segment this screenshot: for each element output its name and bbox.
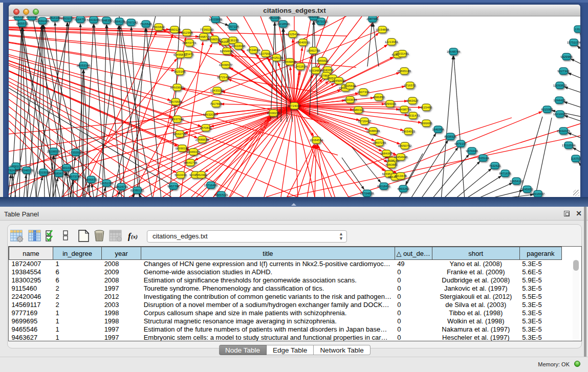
svg-text:116753: 116753 — [571, 157, 580, 160]
svg-text:10651333: 10651333 — [100, 182, 114, 185]
svg-text:32871012: 32871012 — [314, 20, 328, 23]
svg-text:86872774: 86872774 — [183, 41, 197, 45]
svg-text:27889579: 27889579 — [195, 138, 209, 141]
svg-text:1615594: 1615594 — [26, 16, 38, 18]
svg-text:1607337: 1607337 — [357, 91, 369, 94]
svg-text:38721489: 38721489 — [217, 76, 231, 79]
svg-text:19218506: 19218506 — [276, 23, 290, 26]
svg-text:9115460: 9115460 — [421, 106, 433, 109]
svg-text:12411824: 12411824 — [294, 65, 308, 68]
svg-text:1244415: 1244415 — [553, 99, 565, 102]
svg-text:19384554: 19384554 — [310, 139, 323, 142]
svg-text:8912954: 8912954 — [181, 31, 193, 34]
svg-text:6025634: 6025634 — [344, 84, 356, 87]
svg-text:88937346: 88937346 — [170, 118, 184, 121]
svg-text:7816184: 7816184 — [49, 16, 61, 19]
svg-text:18640910: 18640910 — [296, 41, 310, 44]
svg-text:1640052: 1640052 — [321, 69, 334, 72]
svg-text:17010504: 17010504 — [562, 144, 576, 147]
svg-text:2870831: 2870831 — [200, 126, 212, 129]
svg-text:8471676: 8471676 — [499, 172, 511, 175]
svg-text:9474444: 9474444 — [466, 149, 478, 152]
svg-text:2654235: 2654235 — [12, 16, 25, 18]
svg-text:06562729: 06562729 — [173, 133, 187, 136]
svg-text:9227342: 9227342 — [557, 70, 570, 73]
svg-text:15716485: 15716485 — [204, 184, 218, 187]
svg-text:10654112: 10654112 — [510, 180, 524, 183]
svg-text:93534874: 93534874 — [309, 69, 323, 72]
svg-text:80957015: 80957015 — [214, 193, 228, 196]
svg-text:72624731: 72624731 — [115, 185, 128, 188]
svg-text:1640954: 1640954 — [432, 128, 444, 131]
svg-text:9463627: 9463627 — [406, 99, 419, 102]
svg-text:31931491: 31931491 — [396, 52, 409, 55]
svg-text:7955812: 7955812 — [316, 59, 329, 62]
svg-text:18807249: 18807249 — [373, 141, 386, 144]
svg-text:8215955: 8215955 — [541, 108, 553, 111]
svg-text:15751074: 15751074 — [567, 41, 580, 44]
svg-text:2087682: 2087682 — [366, 17, 379, 20]
svg-text:48018451: 48018451 — [377, 185, 391, 188]
svg-text:6716572: 6716572 — [404, 84, 416, 87]
svg-text:(x): (x) — [131, 233, 138, 240]
svg-text:99650752: 99650752 — [398, 144, 412, 147]
svg-text:67632016: 67632016 — [203, 113, 217, 116]
svg-text:05865185: 05865185 — [398, 70, 411, 73]
svg-text:43303654: 43303654 — [343, 98, 357, 101]
svg-text:94531473: 94531473 — [406, 114, 420, 117]
svg-text:9301031: 9301031 — [60, 166, 73, 169]
svg-text:1405572: 1405572 — [16, 22, 28, 25]
svg-text:19654923: 19654923 — [402, 130, 416, 133]
svg-text:28053346: 28053346 — [77, 64, 91, 67]
svg-text:16961758: 16961758 — [307, 49, 320, 52]
svg-text:7648350: 7648350 — [100, 19, 113, 22]
svg-text:27849808: 27849808 — [283, 60, 297, 63]
svg-text:13433200: 13433200 — [210, 89, 224, 92]
svg-text:62704828: 62704828 — [360, 192, 374, 195]
svg-text:43455812: 43455812 — [173, 53, 187, 56]
svg-text:4060883: 4060883 — [385, 163, 398, 166]
svg-text:16648784: 16648784 — [447, 50, 461, 53]
svg-text:7986322: 7986322 — [352, 108, 364, 112]
svg-text:3623166: 3623166 — [173, 70, 186, 73]
svg-text:17353924: 17353924 — [69, 151, 83, 154]
svg-text:9699695: 9699695 — [420, 122, 432, 125]
svg-text:22782489: 22782489 — [9, 169, 18, 172]
svg-text:16033809: 16033809 — [209, 18, 223, 21]
svg-text:43699577: 43699577 — [219, 63, 233, 67]
svg-text:10154808: 10154808 — [376, 28, 389, 31]
svg-text:95931034: 95931034 — [61, 17, 75, 20]
svg-text:1656670: 1656670 — [85, 178, 97, 181]
svg-text:43534624: 43534624 — [247, 49, 260, 52]
svg-text:51079911: 51079911 — [259, 52, 273, 55]
svg-text:90916998: 90916998 — [232, 45, 246, 48]
svg-text:38346578: 38346578 — [20, 169, 34, 172]
svg-text:12093822: 12093822 — [553, 84, 567, 87]
svg-text:81080132: 81080132 — [130, 189, 144, 192]
svg-text:7357224: 7357224 — [227, 25, 239, 28]
svg-text:20691406: 20691406 — [36, 19, 50, 23]
svg-text:18300295: 18300295 — [267, 112, 280, 115]
svg-text:35454948: 35454948 — [394, 156, 408, 159]
svg-text:26916697: 26916697 — [531, 192, 545, 195]
svg-text:20450533: 20450533 — [332, 79, 346, 82]
svg-text:7515526: 7515526 — [140, 23, 152, 26]
svg-text:7632621: 7632621 — [489, 164, 501, 167]
svg-text:28498776: 28498776 — [398, 108, 411, 111]
svg-text:5310033: 5310033 — [175, 173, 187, 177]
svg-text:9329966: 9329966 — [560, 55, 573, 58]
svg-text:15720407: 15720407 — [358, 120, 372, 123]
svg-text:09670546: 09670546 — [169, 100, 183, 103]
svg-text:16210643: 16210643 — [553, 113, 567, 116]
svg-text:9660124: 9660124 — [168, 28, 181, 31]
svg-text:20465375: 20465375 — [187, 150, 201, 154]
svg-text:1312: 1312 — [575, 28, 580, 31]
svg-text:2935114: 2935114 — [477, 157, 490, 160]
svg-text:38425135: 38425135 — [270, 56, 284, 59]
svg-text:8313678: 8313678 — [395, 174, 407, 178]
svg-text:11325419: 11325419 — [286, 33, 300, 36]
svg-text:62994680: 62994680 — [220, 50, 234, 53]
svg-text:4294019: 4294019 — [384, 102, 396, 105]
svg-text:53419283: 53419283 — [87, 18, 101, 21]
svg-text:15692971: 15692971 — [557, 129, 571, 133]
